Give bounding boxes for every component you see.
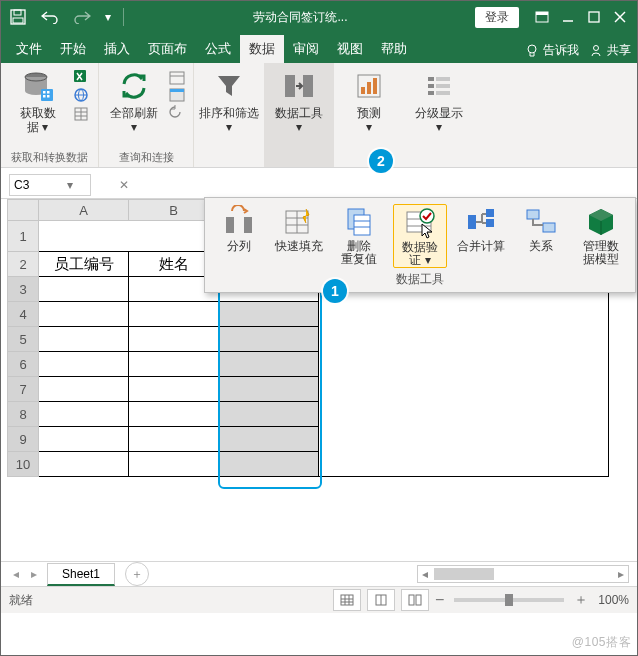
save-icon[interactable] xyxy=(5,4,31,30)
sheet-tab-1[interactable]: Sheet1 xyxy=(47,563,115,586)
cell-a2[interactable]: 员工编号 xyxy=(39,252,129,277)
minimize-button[interactable] xyxy=(555,4,581,30)
view-page-break-button[interactable] xyxy=(401,589,429,611)
share-button[interactable]: 共享 xyxy=(589,42,631,59)
cell-b5[interactable] xyxy=(129,327,219,352)
row-header-7[interactable]: 7 xyxy=(8,377,39,402)
cell-d3[interactable] xyxy=(319,277,609,477)
horizontal-scrollbar[interactable]: ◂ ▸ xyxy=(417,565,629,583)
cell-c4[interactable] xyxy=(219,302,319,327)
sort-filter-button[interactable]: 排序和筛选 ▾ xyxy=(200,67,258,134)
svg-rect-6 xyxy=(589,12,599,22)
name-box-dropdown-icon[interactable]: ▾ xyxy=(50,178,90,192)
tab-home[interactable]: 开始 xyxy=(51,35,95,63)
flash-fill-button[interactable]: 快速填充 xyxy=(273,204,325,253)
cell-b6[interactable] xyxy=(129,352,219,377)
view-page-layout-button[interactable] xyxy=(367,589,395,611)
text-to-columns-button[interactable]: 分列 xyxy=(213,204,265,253)
consolidate-button[interactable]: 合并计算 xyxy=(455,204,507,253)
row-header-2[interactable]: 2 xyxy=(8,252,39,277)
flash-fill-label: 快速填充 xyxy=(275,240,323,253)
scrollbar-thumb[interactable] xyxy=(434,568,494,580)
row-header-8[interactable]: 8 xyxy=(8,402,39,427)
tab-formulas[interactable]: 公式 xyxy=(196,35,240,63)
row-header-9[interactable]: 9 xyxy=(8,427,39,452)
cell-a6[interactable] xyxy=(39,352,129,377)
callout-badge-1: 1 xyxy=(323,279,347,303)
sheet-nav-next[interactable]: ▸ xyxy=(25,567,43,581)
data-model-button[interactable]: 管理数 据模型 xyxy=(575,204,627,266)
cell-b7[interactable] xyxy=(129,377,219,402)
zoom-slider[interactable] xyxy=(454,598,564,602)
tab-page-layout[interactable]: 页面布 xyxy=(139,35,196,63)
name-box[interactable]: C3 ▾ xyxy=(9,174,91,196)
tab-view[interactable]: 视图 xyxy=(328,35,372,63)
svg-rect-58 xyxy=(543,223,555,232)
tab-review[interactable]: 审阅 xyxy=(284,35,328,63)
qat-dropdown-icon[interactable]: ▾ xyxy=(101,4,115,30)
row-header-1[interactable]: 1 xyxy=(8,221,39,252)
tell-me-search[interactable]: 告诉我 xyxy=(525,42,579,59)
sheet-nav-prev[interactable]: ◂ xyxy=(7,567,25,581)
remove-duplicates-button[interactable]: 删除 重复值 xyxy=(333,204,385,266)
cell-b10[interactable] xyxy=(129,452,219,477)
login-button[interactable]: 登录 xyxy=(475,7,519,28)
maximize-button[interactable] xyxy=(581,4,607,30)
svg-rect-56 xyxy=(486,219,494,227)
cell-c9[interactable] xyxy=(219,427,319,452)
consolidate-label: 合并计算 xyxy=(457,240,505,253)
cell-b4[interactable] xyxy=(129,302,219,327)
close-button[interactable] xyxy=(607,4,633,30)
tab-help[interactable]: 帮助 xyxy=(372,35,416,63)
cancel-icon[interactable]: ✕ xyxy=(111,178,137,192)
select-all-corner[interactable] xyxy=(8,200,39,221)
tab-insert[interactable]: 插入 xyxy=(95,35,139,63)
relationships-icon xyxy=(524,204,558,238)
redo-icon[interactable] xyxy=(69,4,95,30)
undo-icon[interactable] xyxy=(37,4,63,30)
get-data-button[interactable]: 获取数 据 ▾ xyxy=(9,67,67,134)
cell-a10[interactable] xyxy=(39,452,129,477)
outline-button[interactable]: 分级显示 ▾ xyxy=(410,67,468,134)
ribbon-display-options-icon[interactable] xyxy=(529,4,555,30)
zoom-out-button[interactable]: − xyxy=(435,594,444,606)
cell-c8[interactable] xyxy=(219,402,319,427)
svg-rect-29 xyxy=(303,75,313,97)
cell-a5[interactable] xyxy=(39,327,129,352)
row-header-4[interactable]: 4 xyxy=(8,302,39,327)
row-header-10[interactable]: 10 xyxy=(8,452,39,477)
cell-a4[interactable] xyxy=(39,302,129,327)
cell-a8[interactable] xyxy=(39,402,129,427)
cell-a7[interactable] xyxy=(39,377,129,402)
refresh-mini-icons[interactable] xyxy=(169,67,187,123)
svg-rect-1 xyxy=(14,10,21,15)
cell-c7[interactable] xyxy=(219,377,319,402)
cursor-icon xyxy=(421,223,435,239)
view-normal-button[interactable] xyxy=(333,589,361,611)
data-validation-button[interactable]: 数据验 证 ▾ xyxy=(393,204,447,268)
cell-c6[interactable] xyxy=(219,352,319,377)
cell-a3[interactable] xyxy=(39,277,129,302)
cell-a9[interactable] xyxy=(39,427,129,452)
row-header-3[interactable]: 3 xyxy=(8,277,39,302)
zoom-level[interactable]: 100% xyxy=(598,593,629,607)
tab-data[interactable]: 数据 xyxy=(240,35,284,63)
svg-rect-14 xyxy=(43,91,46,94)
get-data-mini-icons[interactable] xyxy=(73,67,91,123)
cell-b9[interactable] xyxy=(129,427,219,452)
relationships-button[interactable]: 关系 xyxy=(515,204,567,253)
row-header-6[interactable]: 6 xyxy=(8,352,39,377)
zoom-in-button[interactable]: ＋ xyxy=(574,591,588,609)
row-header-5[interactable]: 5 xyxy=(8,327,39,352)
cell-b8[interactable] xyxy=(129,402,219,427)
forecast-button[interactable]: 预测 ▾ xyxy=(340,67,398,134)
tab-file[interactable]: 文件 xyxy=(7,35,51,63)
col-header-a[interactable]: A xyxy=(39,200,129,221)
svg-point-9 xyxy=(528,45,536,53)
cell-c5[interactable] xyxy=(219,327,319,352)
cell-c10[interactable] xyxy=(219,452,319,477)
refresh-all-button[interactable]: 全部刷新 ▾ xyxy=(105,67,163,134)
data-tools-button[interactable]: 数据工具 ▾ xyxy=(270,67,328,134)
data-validation-icon xyxy=(403,205,437,239)
add-sheet-button[interactable]: ＋ xyxy=(125,562,149,586)
